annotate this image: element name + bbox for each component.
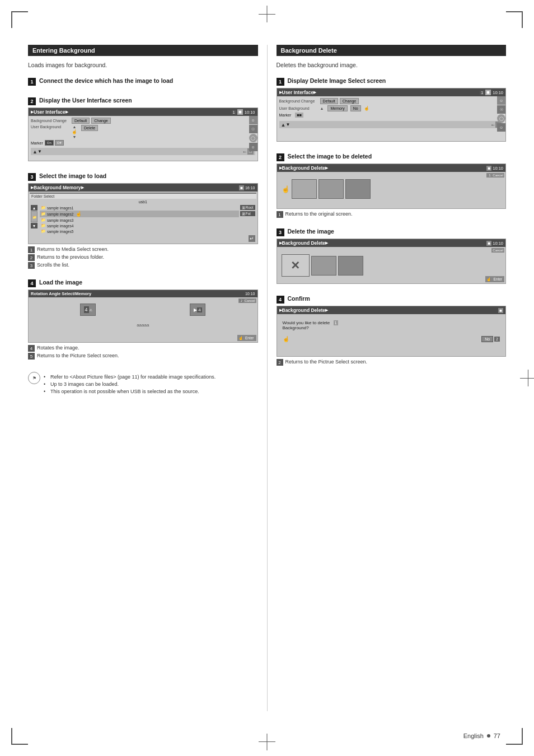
corner-mark-tr (506, 11, 523, 28)
yes-btn[interactable]: 2 (494, 337, 500, 342)
no-btn[interactable]: No (481, 336, 493, 342)
step-1-number: 1 (28, 78, 36, 86)
thumb-3-2 (311, 256, 336, 276)
step-3-notes: 1 Returns to Media Select screen. 2 Retu… (28, 246, 258, 269)
r-screen-header-2: ▶ Background Delete ▶ ■ 10:10 (277, 164, 506, 172)
left-section-subtitle: Loads images for background. (28, 60, 258, 69)
note-3-1: 1 Returns to Media Select screen. (28, 246, 258, 253)
folder-list-area: ▲ 📁 ▼ 📁 sample images1 📁 sample im (30, 204, 256, 235)
r-marker-row: Marker ■■ (279, 113, 504, 118)
note-3-3: 3 Scrolls the list. (28, 262, 258, 269)
note-icon: ⚑ (28, 372, 40, 384)
bg-delete-screen-3: ▶ Background Delete ▶ ■ 10:10 Cancel ✕ (277, 239, 507, 284)
r-step-1-number: 1 (277, 78, 284, 86)
r-screen-body-4: Would you like to delete 1 Background? ☝… (277, 314, 506, 356)
r-step-3-header: 3 Delete the image (277, 228, 507, 236)
file-item-4: 📁 sample images4 (40, 223, 239, 228)
step-3-number: 3 (28, 173, 36, 181)
usb-label: usb1 (30, 199, 256, 204)
step-3: 3 Select the image to load ▶ Background … (28, 172, 258, 270)
note-4-4: 4 Rotates the image. (28, 345, 258, 352)
right-section-header: Background Delete (277, 45, 507, 56)
step-3-title: Select the image to load (39, 172, 106, 180)
bullet-2: • Up to 3 images can be loaded. (44, 381, 216, 387)
left-section-header: Entering Background (28, 45, 258, 56)
crosshair-right-horizontal (520, 378, 534, 379)
confirm-screen: ▶ Background Delete ▶ ■ Would you like t… (277, 306, 507, 357)
rotation-box-left: 4 ⎌ (80, 304, 96, 316)
left-section-title: Entering Background (32, 47, 95, 54)
step-4-title: Load the image (39, 279, 82, 287)
confirm-actions: ☝ No 2 (279, 335, 504, 343)
bullet-3: • This operation is not possible when US… (44, 389, 216, 394)
r-step-2-header: 2 Select the image to be deleted (277, 153, 507, 161)
bullets-section: ⚑ • Refer to <About Picture files> (page… (28, 372, 258, 396)
cancel-btn-3[interactable]: Cancel (491, 248, 504, 253)
bullet-1: • Refer to <About Picture files> (page 1… (44, 374, 216, 380)
crosshair-top-horizontal (259, 14, 275, 15)
r-bottom-icon: ▲ (281, 122, 286, 128)
r-step-4: 4 Confirm ▶ Background Delete ▶ ■ Would … (277, 295, 507, 367)
nav-up[interactable]: ▲ (31, 205, 38, 211)
r-step-4-number: 4 (277, 296, 284, 304)
nav-down[interactable]: ▼ (31, 223, 38, 228)
r-step-1-title: Display Delete Image Select screen (288, 77, 386, 85)
file-item-3: 📁 sample images3 (40, 217, 239, 223)
ui-screen-bottom: ▲ ▼ ← □ (31, 148, 255, 155)
r-step-1-header: 1 Display Delete Image Select screen (277, 77, 507, 86)
file-list: 📁 sample images1 📁 sample images2 ☝ 📁 sa… (40, 205, 239, 234)
return-icon-area: ↵ (30, 235, 256, 242)
column-divider (267, 45, 268, 711)
step-2-number: 2 (28, 97, 36, 105)
r-screen-header-3: ▶ Background Delete ▶ ■ 10:10 (277, 239, 506, 247)
r-icon-circle: ◯ (497, 114, 505, 123)
user-bg-row: User Background ▲ ☝ ▼ Delete (31, 125, 255, 139)
icon-circle: ◯ (249, 134, 257, 142)
ui-screen-delete: ▶ User Interface ▶ 1 ◼ 10:10 Background … (277, 88, 507, 142)
thumb-1 (292, 179, 317, 199)
r-screen-header-4: ▶ Background Delete ▶ ■ (277, 306, 506, 314)
thumb-3 (345, 179, 371, 199)
r-screen-header-1: ▶ User Interface ▶ 1 ◼ 10:10 (277, 88, 506, 96)
file-item-5: 📁 sample images5 (40, 228, 239, 234)
screen-header-ui: ▶ User Interface ▶ 1 ◼ 10:10 (29, 108, 257, 116)
enter-btn-3[interactable]: ☝ Enter (485, 276, 504, 282)
step-1: 1 Connect the device which has the image… (28, 77, 258, 88)
corner-mark-br (506, 728, 523, 745)
right-section-subtitle: Deletes the background image. (277, 60, 507, 69)
thumb-x: ✕ (282, 254, 310, 277)
step-4-header: 4 Load the image (28, 279, 258, 287)
cancel-btn-rotation[interactable]: 2 Cancel (238, 298, 256, 303)
r-step-2-number: 2 (277, 153, 284, 161)
ui-screen-body: Background Change Default Change User Ba… (29, 116, 257, 161)
image-grid-2: ☝ (279, 174, 504, 201)
file-item-2: 📁 sample images2 ☝ (40, 211, 239, 217)
r-icon-person: ☺ (497, 123, 505, 132)
main-content: Entering Background Loads images for bac… (28, 45, 506, 711)
r-screen-body-3: Cancel ✕ ☝ Enter (277, 247, 506, 283)
icon-person: ☺ (249, 143, 257, 151)
r-step-3-title: Delete the image (288, 228, 334, 236)
corner-mark-tl (11, 11, 28, 28)
step-4-notes: 4 Rotates the image. 5 Returns to the Pi… (28, 345, 258, 360)
thumb-3-3 (338, 256, 363, 276)
step-2-header: 2 Display the User Interface screen (28, 97, 258, 105)
crosshair-bottom-horizontal (259, 741, 275, 742)
r-step-2: 2 Select the image to be deleted ▶ Backg… (277, 153, 507, 219)
bg-memory-header: ▶ Background Memory ▶ ■ 16:10 (29, 184, 257, 192)
cancel-btn-2[interactable]: 1 Cancel (486, 173, 504, 178)
rotation-box-right: ▶ 4 (190, 304, 205, 316)
step-4-number: 4 (28, 279, 36, 287)
rotation-content: 4 ⎌ ▶ 4 (31, 299, 255, 320)
page-dot (487, 734, 490, 738)
r-bg-change-row: Background Change Default Change (279, 98, 504, 104)
nav-fol[interactable]: 2 Fol (240, 211, 255, 216)
icon-eye: ☉ (249, 125, 257, 133)
r-step-2-title: Select the image to be deleted (288, 153, 372, 161)
nav-root[interactable]: 1 Root (240, 205, 255, 210)
bg-memory-screen: ▶ Background Memory ▶ ■ 16:10 Folder Sel… (28, 183, 258, 244)
enter-btn-rotation[interactable]: ☝ Enter (237, 335, 256, 341)
r-screen-body-2: 1 Cancel ☝ (277, 172, 506, 208)
rotation-screen: Rotation Angle Select/Memory 10:10 2 Can… (28, 290, 258, 343)
note-r2-1: 1 Returns to the original screen. (277, 211, 507, 218)
